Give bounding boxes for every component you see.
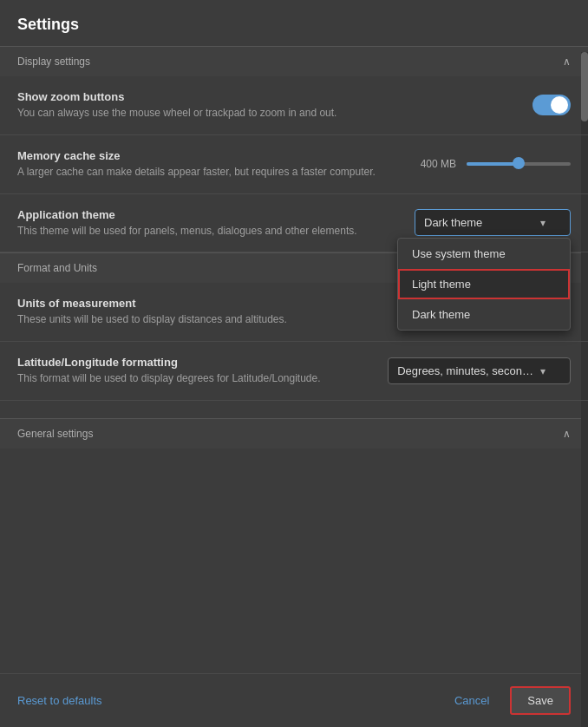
zoom-buttons-row: Show zoom buttons You can always use the… bbox=[0, 76, 588, 135]
settings-window: Settings Display settings ∧ Show zoom bu… bbox=[0, 0, 588, 727]
display-section-label: Display settings bbox=[17, 56, 90, 68]
page-title: Settings bbox=[17, 16, 571, 34]
format-section-label: Format and Units bbox=[17, 262, 97, 274]
zoom-label: Show zoom buttons bbox=[17, 90, 515, 103]
cache-value: 400 MB bbox=[413, 158, 456, 170]
latlong-select[interactable]: Degrees, minutes, secon… ▾ bbox=[388, 357, 571, 384]
save-button[interactable]: Save bbox=[510, 686, 571, 715]
toggle-track bbox=[532, 95, 571, 115]
theme-current-value: Dark theme bbox=[424, 216, 482, 229]
zoom-toggle[interactable] bbox=[532, 95, 571, 115]
title-bar: Settings bbox=[0, 0, 588, 46]
theme-label: Application theme bbox=[17, 208, 397, 221]
latlong-value: Degrees, minutes, secon… bbox=[397, 364, 533, 377]
general-section-label: General settings bbox=[17, 428, 93, 440]
bottom-spacer bbox=[0, 449, 588, 501]
theme-dropdown-wrapper: Dark theme ▾ Use system theme Light them… bbox=[415, 209, 571, 236]
theme-dropdown-arrow-icon: ▾ bbox=[540, 217, 546, 229]
units-label: Units of measurement bbox=[17, 297, 395, 310]
reset-defaults-button[interactable]: Reset to defaults bbox=[17, 694, 102, 707]
content-area[interactable]: Display settings ∧ Show zoom buttons You… bbox=[0, 46, 588, 673]
cache-slider-track[interactable] bbox=[467, 162, 571, 166]
theme-select[interactable]: Dark theme ▾ bbox=[415, 209, 571, 236]
display-chevron-icon: ∧ bbox=[563, 56, 571, 68]
cache-label: Memory cache size bbox=[17, 149, 395, 162]
theme-option-light[interactable]: Light theme bbox=[398, 269, 570, 299]
cache-size-row: Memory cache size A larger cache can mak… bbox=[0, 135, 588, 194]
latlong-row: Latitude/Longitude formatting This forma… bbox=[0, 342, 588, 401]
cache-slider-container: 400 MB bbox=[413, 158, 571, 170]
cancel-button[interactable]: Cancel bbox=[442, 686, 501, 715]
display-section-header[interactable]: Display settings ∧ bbox=[0, 46, 588, 76]
latlong-desc: This format will be used to display degr… bbox=[17, 371, 370, 386]
theme-info: Application theme This theme will be use… bbox=[17, 208, 397, 239]
zoom-desc: You can always use the mouse wheel or tr… bbox=[17, 106, 515, 121]
theme-option-system[interactable]: Use system theme bbox=[398, 239, 570, 269]
zoom-info: Show zoom buttons You can always use the… bbox=[17, 90, 515, 121]
theme-row: Application theme This theme will be use… bbox=[0, 194, 588, 253]
footer: Reset to defaults Cancel Save bbox=[0, 673, 588, 727]
latlong-dropdown-arrow-icon: ▾ bbox=[540, 365, 546, 377]
theme-desc: This theme will be used for panels, menu… bbox=[17, 224, 397, 239]
cache-desc: A larger cache can make details appear f… bbox=[17, 165, 395, 180]
cache-info: Memory cache size A larger cache can mak… bbox=[17, 149, 395, 180]
units-info: Units of measurement These units will be… bbox=[17, 297, 395, 327]
general-chevron-icon: ∧ bbox=[563, 428, 571, 440]
toggle-thumb bbox=[551, 96, 568, 114]
units-desc: These units will be used to display dist… bbox=[17, 312, 395, 327]
footer-actions: Cancel Save bbox=[442, 686, 571, 715]
slider-thumb[interactable] bbox=[513, 157, 525, 169]
theme-dropdown-menu[interactable]: Use system theme Light theme Dark theme bbox=[397, 238, 571, 331]
theme-option-dark[interactable]: Dark theme bbox=[398, 299, 570, 330]
latlong-label: Latitude/Longitude formatting bbox=[17, 356, 370, 369]
slider-fill bbox=[467, 162, 519, 166]
latlong-info: Latitude/Longitude formatting This forma… bbox=[17, 356, 370, 386]
general-section-header[interactable]: General settings ∧ bbox=[0, 418, 588, 449]
spacer bbox=[0, 401, 588, 418]
